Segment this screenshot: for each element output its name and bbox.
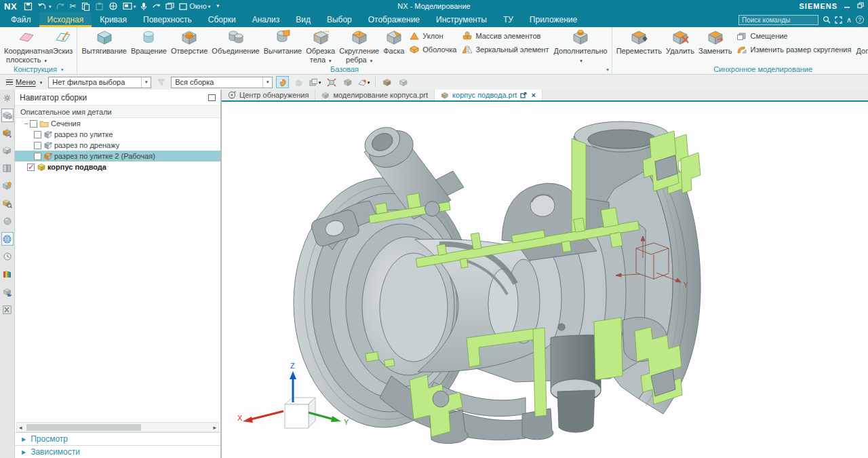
datum-plane-button[interactable]: Координатная плоскость ▾ xyxy=(2,28,51,64)
tab-part-modeling[interactable]: моделирование корпуса.prt xyxy=(315,90,435,100)
filter-icon[interactable] xyxy=(155,76,167,88)
model-canvas[interactable]: Y Z X xyxy=(222,102,868,458)
chamfer-button[interactable]: Фаска xyxy=(381,28,406,56)
tree-item-section-2[interactable]: разрез по дренажу xyxy=(15,140,220,151)
search-scope-combo[interactable]: Вся сборка▾ xyxy=(171,77,273,88)
hole-button[interactable]: Отверстие xyxy=(169,28,210,56)
tab-assemblies[interactable]: Сборки xyxy=(200,12,244,27)
history-icon[interactable] xyxy=(1,250,14,263)
search-icon[interactable] xyxy=(823,16,831,24)
checkbox[interactable] xyxy=(27,164,35,171)
dialog-launcher-icon[interactable]: ▾ xyxy=(606,67,609,73)
tab-selection[interactable]: Выбор xyxy=(319,12,360,27)
redo-icon[interactable] xyxy=(56,2,65,11)
replace-face-button[interactable]: Заменить xyxy=(696,28,734,56)
fullscreen-icon[interactable] xyxy=(835,16,842,24)
scroll-left-icon[interactable]: ◂ xyxy=(17,424,24,431)
checkbox[interactable] xyxy=(34,131,41,138)
tab-view[interactable]: Вид xyxy=(288,12,319,27)
screen-capture-icon[interactable]: ▾ xyxy=(123,2,136,10)
tab-file[interactable]: Файл xyxy=(3,12,39,27)
qat-customize-icon[interactable]: ▾ xyxy=(215,3,219,9)
unite-button[interactable]: Объединение xyxy=(210,28,261,56)
shell-view-button[interactable] xyxy=(341,76,354,88)
sync-more-button[interactable]: Дополнительно▾ xyxy=(854,28,868,64)
web-browser-icon[interactable] xyxy=(1,232,14,246)
panel-pin-icon[interactable] xyxy=(208,94,216,101)
minimize-icon[interactable] xyxy=(844,2,850,10)
undo-icon[interactable]: ▾ xyxy=(37,2,52,11)
caret-down-icon[interactable]: ▾ xyxy=(61,67,64,72)
cascade-windows-icon[interactable] xyxy=(165,2,174,10)
visual-filter-icon[interactable] xyxy=(1,285,14,299)
checkbox[interactable] xyxy=(34,153,41,160)
trim-body-button[interactable]: Обрезка тела ▾ xyxy=(304,28,337,64)
find-in-part-icon[interactable] xyxy=(1,197,14,210)
tree-item-part[interactable]: корпус подвода xyxy=(15,161,220,172)
sketch-button[interactable]: Эскиз xyxy=(51,28,75,56)
edge-blend-button[interactable]: Скругление ребра ▾ xyxy=(337,28,381,64)
resize-blend-button[interactable]: Изменить размер скругления xyxy=(736,45,851,54)
tab-part-active[interactable]: корпус подвода.prt × xyxy=(435,90,542,100)
tab-curve[interactable]: Кривая xyxy=(92,12,135,27)
color-palette-icon[interactable] xyxy=(1,267,14,281)
status-sphere-icon[interactable] xyxy=(1,214,14,228)
selection-filter-combo[interactable]: Нет фильтра выбора▾ xyxy=(48,77,151,88)
assembly-navigator-icon[interactable] xyxy=(1,109,14,122)
command-search-input[interactable] xyxy=(738,15,818,25)
tab-surface[interactable]: Поверхность xyxy=(135,12,200,27)
scroll-right-icon[interactable]: ▸ xyxy=(211,424,218,431)
tab-analysis[interactable]: Анализ xyxy=(244,12,288,27)
snap-point-button[interactable] xyxy=(276,76,289,88)
save-icon[interactable] xyxy=(24,2,33,11)
fit-view-button[interactable] xyxy=(325,76,338,88)
move-face-button[interactable]: Переместить xyxy=(614,28,664,56)
subtract-button[interactable]: Вычитание xyxy=(262,28,304,56)
hd3d-tools-icon[interactable] xyxy=(1,179,14,193)
tab-discovery-center[interactable]: Центр обнаружения xyxy=(222,90,315,100)
tab-render[interactable]: Отображение xyxy=(360,12,428,27)
tab-tools[interactable]: Инструменты xyxy=(428,12,495,27)
display-stack-button[interactable]: ▾ xyxy=(309,76,321,88)
window-menu-button[interactable]: Окно▾ xyxy=(179,2,210,10)
base-more-button[interactable]: Дополнительно▾ xyxy=(551,28,609,64)
shell-button[interactable]: Оболочка xyxy=(409,45,456,54)
section-preview[interactable]: ▶ Просмотр xyxy=(15,432,220,445)
mirror-feature-button[interactable]: Зеркальный элемент xyxy=(462,45,549,54)
constraint-navigator-icon[interactable] xyxy=(1,126,14,140)
tab-home[interactable]: Исходная xyxy=(39,12,92,27)
gear-icon[interactable] xyxy=(1,91,14,104)
tree-item-sections[interactable]: − Сечения xyxy=(15,118,220,129)
part-navigator-icon[interactable] xyxy=(1,144,14,157)
reuse-library-icon[interactable] xyxy=(1,161,14,175)
part-body[interactable] xyxy=(294,117,701,444)
copy-icon[interactable] xyxy=(81,2,90,11)
tree-item-section-1[interactable]: разрез по улитке xyxy=(15,129,220,140)
delete-face-button[interactable]: Удалить xyxy=(664,28,696,56)
draft-button[interactable]: Уклон xyxy=(409,31,456,41)
wireframe-cube-button[interactable] xyxy=(397,76,410,88)
shaded-cube-button[interactable] xyxy=(380,76,393,88)
tab-application[interactable]: Приложение xyxy=(521,12,585,27)
restore-icon[interactable] xyxy=(857,2,864,10)
checkbox[interactable] xyxy=(34,142,41,149)
undock-tab-icon[interactable] xyxy=(520,92,527,98)
pattern-feature-button[interactable]: Массив элементов xyxy=(462,31,549,41)
grab-hand-button[interactable] xyxy=(292,76,305,88)
paste-icon[interactable] xyxy=(95,2,104,11)
tab-pmi[interactable]: ТУ xyxy=(495,12,521,27)
model-3d-view[interactable]: Y Z X xyxy=(222,102,868,457)
minimize-ribbon-icon[interactable]: ∧ xyxy=(846,16,852,24)
command-sphere-icon[interactable] xyxy=(108,1,118,11)
datum-plane-quick-button[interactable]: ▾ xyxy=(357,76,370,88)
close-tab-icon[interactable]: × xyxy=(531,91,535,99)
sync-icon[interactable] xyxy=(152,2,161,10)
customize-tools-icon[interactable] xyxy=(1,303,14,316)
revolve-button[interactable]: Вращение xyxy=(129,28,169,56)
expander-icon[interactable]: − xyxy=(23,120,30,128)
extrude-button[interactable]: Вытягивание xyxy=(79,28,129,56)
microphone-icon[interactable] xyxy=(140,2,147,11)
cut-icon[interactable]: ✂ xyxy=(70,1,77,11)
checkbox[interactable] xyxy=(30,120,37,128)
tree-item-section-3-selected[interactable]: разрез по улитке 2 (Рабочая) xyxy=(15,151,220,161)
